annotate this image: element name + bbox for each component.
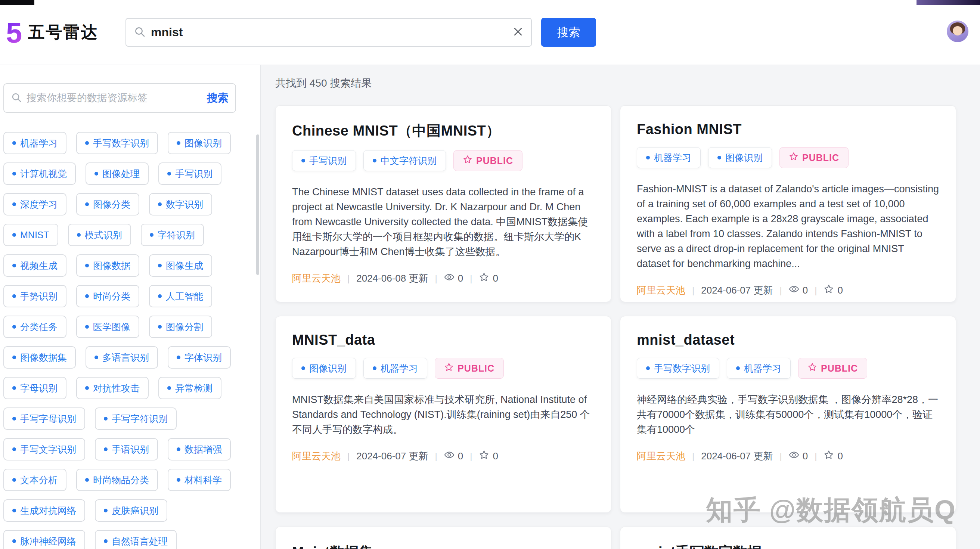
card-tag[interactable]: 图像识别: [292, 358, 356, 379]
sidebar-tag[interactable]: 异常检测: [158, 377, 221, 399]
header-search-box[interactable]: [126, 18, 532, 47]
tag-dot-icon: [85, 202, 89, 206]
dataset-card[interactable]: mnist_dataset 手写数字识别 机器学习 PUBLIC 神经网络的经典…: [620, 316, 956, 513]
tag-dot-icon: [104, 539, 108, 543]
sidebar-tag[interactable]: 视频生成: [3, 254, 67, 277]
star-icon: [479, 272, 489, 285]
card-tag[interactable]: 机器学习: [727, 358, 791, 379]
sidebar-tag[interactable]: 字符识别: [141, 224, 204, 246]
sidebar-tag[interactable]: 手势识别: [3, 285, 67, 307]
tag-dot-icon: [150, 233, 153, 237]
tag-dot-icon: [12, 294, 16, 298]
tag-label: 皮肤癌识别: [112, 504, 158, 517]
sidebar-tag[interactable]: 图像数据: [76, 254, 139, 277]
sidebar-tag[interactable]: 脉冲神经网络: [3, 530, 85, 549]
card-updated: 2024-06-07 更新: [701, 450, 773, 463]
sidebar-tag[interactable]: 文本分析: [3, 469, 67, 491]
search-button[interactable]: 搜索: [541, 18, 596, 47]
views-stat: 0: [444, 450, 463, 463]
star-icon: [789, 152, 799, 164]
card-tag[interactable]: 手写数字识别: [637, 358, 719, 379]
card-source-link[interactable]: 阿里云天池: [637, 450, 685, 463]
tag-search-input[interactable]: [27, 92, 202, 104]
sidebar-tag[interactable]: 手写识别: [158, 162, 221, 185]
avatar[interactable]: [947, 21, 969, 42]
tag-search-button[interactable]: 搜索: [207, 91, 229, 106]
eye-icon: [444, 450, 455, 463]
stars-stat: 0: [824, 450, 843, 463]
card-source-link[interactable]: 阿里云天池: [292, 272, 340, 285]
sidebar-tag[interactable]: 多语言识别: [86, 346, 158, 369]
sidebar-tag[interactable]: MNIST: [3, 224, 58, 246]
sidebar-tag[interactable]: 手写字母识别: [3, 407, 85, 430]
sidebar-tag[interactable]: 生成对抗网络: [3, 499, 85, 522]
header-search-input[interactable]: [151, 25, 507, 39]
views-stat: 0: [789, 450, 808, 463]
card-tag[interactable]: 机器学习: [637, 147, 701, 168]
card-tag[interactable]: 手写识别: [292, 150, 356, 171]
dataset-card[interactable]: MNIST_data 图像识别 机器学习 PUBLIC MNIST数据集来自美国…: [275, 316, 611, 513]
tag-dot-icon: [104, 417, 108, 420]
sidebar-tag[interactable]: 图像生成: [149, 254, 212, 277]
sidebar-tag[interactable]: 皮肤癌识别: [95, 499, 167, 522]
search-icon: [11, 92, 22, 105]
card-tag-row: 图像识别 机器学习 PUBLIC: [292, 358, 595, 379]
dataset-card[interactable]: Chinese MNIST（中国MNIST） 手写识别 中文字符识别 PUBLI…: [275, 105, 611, 302]
card-tag[interactable]: 中文字符识别: [363, 150, 446, 171]
sidebar-tag[interactable]: 字母识别: [3, 377, 67, 399]
tag-dot-icon: [104, 509, 108, 512]
sidebar-tag[interactable]: 字体识别: [168, 346, 231, 369]
sidebar-tag[interactable]: 时尚分类: [76, 285, 139, 307]
tag-search-box[interactable]: 搜索: [3, 83, 236, 113]
sidebar-tag[interactable]: 模式识别: [68, 224, 131, 246]
sidebar-tag[interactable]: 时尚物品分类: [76, 469, 158, 491]
sidebar-tag[interactable]: 人工智能: [149, 285, 212, 307]
sidebar-tag[interactable]: 机器学习: [3, 132, 67, 154]
sidebar-tag[interactable]: 计算机视觉: [3, 162, 76, 185]
sidebar-tag[interactable]: 图像识别: [168, 132, 231, 154]
tag-dot-icon: [177, 447, 180, 451]
dataset-card[interactable]: Mnist数据集 手写数字识别 机器学习 PUBLIC |: [275, 527, 611, 549]
sidebar-tag[interactable]: 图像数据集: [3, 346, 76, 369]
sidebar-tag[interactable]: 手写文字识别: [3, 438, 85, 460]
card-title: Fashion MNIST: [637, 121, 939, 137]
card-source-link[interactable]: 阿里云天池: [292, 450, 340, 463]
sidebar-tag[interactable]: 图像处理: [86, 162, 149, 185]
sidebar-tag[interactable]: 自然语言处理: [95, 530, 177, 549]
card-source-link[interactable]: 阿里云天池: [637, 284, 685, 297]
sidebar-tag[interactable]: 对抗性攻击: [76, 377, 149, 399]
sidebar-tag[interactable]: 图像分割: [149, 315, 212, 338]
sidebar-tag[interactable]: 手写字符识别: [95, 407, 177, 430]
dataset-card[interactable]: Fashion MNIST 机器学习 图像识别 PUBLIC Fashion-M…: [620, 105, 956, 302]
card-tag[interactable]: 机器学习: [363, 358, 427, 379]
sidebar-tag[interactable]: 手语识别: [95, 438, 158, 460]
sidebar-tag[interactable]: 数字识别: [149, 193, 212, 215]
sidebar-scrollbar[interactable]: [256, 134, 259, 275]
logo[interactable]: 5 五号雷达: [6, 18, 126, 47]
tag-dot-icon: [77, 233, 81, 237]
clear-search-button[interactable]: [512, 26, 523, 38]
tag-label: 图像数据集: [20, 352, 67, 364]
sidebar-tag[interactable]: 手写数字识别: [76, 132, 158, 154]
dataset-card[interactable]: mnist手写数字数据 机器学习 计算机视觉 PUBLIC |: [620, 527, 956, 549]
tag-label: 深度学习: [20, 198, 57, 211]
sidebar-tag[interactable]: 分类任务: [3, 315, 67, 338]
tag-label: 手语识别: [112, 443, 149, 456]
card-tag[interactable]: 图像识别: [708, 147, 772, 168]
tag-dot-icon: [94, 172, 98, 175]
sidebar-tag[interactable]: 数据增强: [168, 438, 231, 460]
star-icon: [479, 450, 489, 463]
star-icon: [463, 154, 473, 167]
sidebar-tag[interactable]: 材料科学: [168, 469, 231, 491]
sidebar-tag[interactable]: 医学图像: [76, 315, 139, 338]
tag-dot-icon: [177, 478, 180, 482]
card-description: The Chinese MNIST dataset uses data coll…: [292, 185, 595, 259]
sidebar-tag[interactable]: 图像分类: [76, 193, 139, 215]
tag-label: 手写数字识别: [93, 137, 149, 150]
results-summary: 共找到 450 搜索结果: [275, 76, 980, 91]
sidebar-tag[interactable]: 深度学习: [3, 193, 67, 215]
tag-dot-icon: [85, 478, 89, 482]
header: 5 五号雷达 搜索: [0, 0, 980, 65]
search-icon: [134, 26, 146, 39]
views-count: 0: [458, 273, 463, 284]
